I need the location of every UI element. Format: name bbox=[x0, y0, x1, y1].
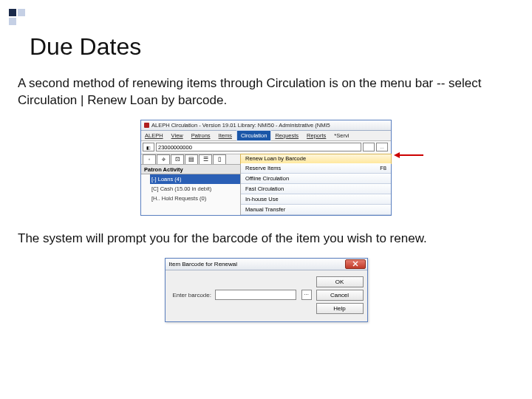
dialog-titlebar: Item Barcode for Renewal bbox=[166, 259, 367, 270]
dialog-title: Item Barcode for Renewal bbox=[169, 261, 238, 267]
left-panel: ◦ ⎆ ⊡ ▤ ☰ ▯ Patron Activity [-] Loans (4… bbox=[141, 154, 241, 215]
dropdown-menu: Renew Loan by Barcode Reserve Items F8 O… bbox=[241, 154, 391, 215]
tree-item-loans[interactable]: [-] Loans (4) bbox=[150, 174, 240, 184]
menu-renew-loan-by-barcode[interactable]: Renew Loan by Barcode bbox=[240, 154, 392, 164]
menu-reserve-items[interactable]: Reserve Items F8 bbox=[241, 163, 391, 174]
menu-circulation[interactable]: Circulation bbox=[236, 130, 271, 141]
window-titlebar: ALEPH Circulation - Version 19.01 Librar… bbox=[141, 120, 391, 131]
barcode-input[interactable]: 23000000000 bbox=[156, 143, 361, 151]
menu-manual-transfer[interactable]: Manual Transfer bbox=[241, 205, 391, 215]
menu-services[interactable]: *Servi bbox=[330, 131, 353, 140]
menu-aleph[interactable]: ALEPH bbox=[141, 131, 168, 140]
menu-items[interactable]: Items bbox=[215, 131, 236, 140]
lookup-button[interactable]: ⋯ bbox=[301, 290, 312, 300]
paragraph-1: A second method of renewing items throug… bbox=[18, 75, 514, 109]
toolbar-button-go[interactable] bbox=[363, 143, 375, 151]
toolbar-button-clear[interactable]: … bbox=[376, 143, 388, 151]
slide-corner-decoration bbox=[9, 9, 25, 25]
barcode-field[interactable] bbox=[215, 290, 296, 300]
help-button[interactable]: Help bbox=[316, 303, 364, 314]
paragraph-2: The system will prompt you for the barco… bbox=[18, 231, 514, 248]
tab-2[interactable]: ⎆ bbox=[157, 154, 170, 164]
menu-requests[interactable]: Requests bbox=[271, 131, 303, 140]
menu-reports[interactable]: Reports bbox=[303, 131, 330, 140]
menu-view[interactable]: View bbox=[168, 131, 188, 140]
menubar: ALEPH View Patrons Items Circulation Req… bbox=[141, 131, 391, 141]
screenshot-barcode-dialog: Item Barcode for Renewal Enter barcode: … bbox=[165, 258, 368, 322]
app-icon bbox=[144, 123, 149, 128]
menu-in-house-use[interactable]: In-house Use bbox=[241, 194, 391, 205]
tree-item-hold[interactable]: [H.. Hold Requests (0) bbox=[141, 194, 240, 203]
close-icon bbox=[352, 261, 358, 267]
tab-6[interactable]: ▯ bbox=[213, 154, 226, 164]
menu-offline-circulation[interactable]: Offline Circulation bbox=[241, 174, 391, 184]
tree-item-cash[interactable]: [C] Cash (15.00 in debit) bbox=[141, 184, 240, 194]
menu-patrons[interactable]: Patrons bbox=[188, 131, 215, 140]
toolbar: ◧ 23000000000 … bbox=[141, 141, 391, 154]
close-button[interactable] bbox=[345, 259, 366, 269]
tab-3[interactable]: ⊡ bbox=[171, 154, 184, 164]
window-title: ALEPH Circulation - Version 19.01 Librar… bbox=[151, 122, 330, 129]
menu-fast-circulation[interactable]: Fast Circulation bbox=[241, 184, 391, 194]
tabstrip: ◦ ⎆ ⊡ ▤ ☰ ▯ bbox=[141, 154, 240, 165]
barcode-label: Enter barcode: bbox=[173, 292, 211, 299]
tab-5[interactable]: ☰ bbox=[199, 154, 212, 164]
slide-title: Due Dates bbox=[30, 33, 517, 61]
tree-header: Patron Activity bbox=[141, 165, 240, 174]
toolbar-button-left[interactable]: ◧ bbox=[143, 143, 154, 151]
tab-4[interactable]: ▤ bbox=[185, 154, 198, 164]
tab-1[interactable]: ◦ bbox=[143, 154, 156, 164]
cancel-button[interactable]: Cancel bbox=[316, 290, 364, 301]
callout-arrow bbox=[398, 154, 423, 156]
ok-button[interactable]: OK bbox=[316, 276, 364, 287]
screenshot-aleph-menu: ALEPH Circulation - Version 19.01 Librar… bbox=[140, 120, 392, 216]
